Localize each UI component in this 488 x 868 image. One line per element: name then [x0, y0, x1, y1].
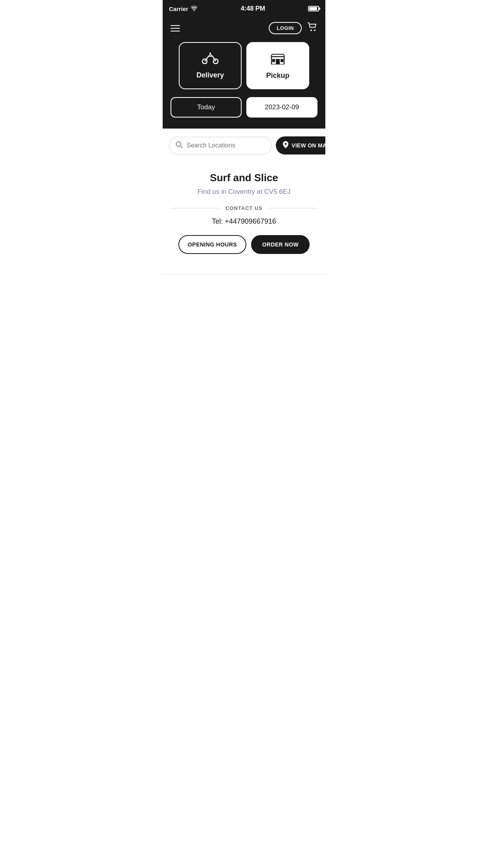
order-now-button[interactable]: ORDER NOW [251, 235, 310, 254]
contact-divider: CONTACT US [171, 205, 317, 211]
location-name: Surf and Slice [171, 172, 317, 184]
location-address: Find us in Coventry at CV5 6EJ [171, 188, 317, 196]
status-bar: Carrier 4:48 PM [163, 0, 325, 17]
pin-icon [283, 141, 288, 150]
view-map-label: VIEW ON MAP [292, 142, 325, 149]
status-right [308, 6, 319, 11]
carrier-label: Carrier [169, 6, 188, 12]
hamburger-menu[interactable] [171, 25, 180, 31]
divider-line-left [171, 208, 221, 208]
mode-section: Delivery Pickup [163, 42, 325, 97]
search-input-wrapper[interactable] [169, 137, 272, 154]
svg-rect-7 [272, 59, 275, 62]
opening-hours-button[interactable]: OPENING HOURS [178, 235, 247, 254]
pickup-icon [271, 52, 285, 68]
search-input[interactable] [187, 142, 265, 149]
app-header: LOGIN [163, 17, 325, 42]
search-section: VIEW ON MAP [163, 129, 325, 162]
status-time: 4:48 PM [241, 5, 265, 13]
contact-label: CONTACT US [226, 205, 262, 211]
location-card: Surf and Slice Find us in Coventry at CV… [163, 162, 325, 271]
delivery-icon [202, 52, 219, 67]
svg-point-1 [314, 29, 316, 31]
status-left: Carrier [169, 6, 198, 12]
battery-icon [308, 6, 319, 11]
pickup-label: Pickup [266, 72, 289, 80]
location-actions: OPENING HOURS ORDER NOW [171, 235, 317, 254]
delivery-mode-card[interactable]: Delivery [179, 42, 242, 89]
svg-rect-8 [281, 59, 283, 62]
svg-point-4 [209, 52, 211, 54]
empty-space [163, 275, 325, 432]
search-icon [176, 141, 183, 150]
delivery-label: Delivery [196, 71, 224, 79]
pickup-mode-card[interactable]: Pickup [246, 42, 309, 89]
cart-icon[interactable] [307, 22, 317, 34]
today-button[interactable]: Today [171, 97, 242, 118]
date-picker-button[interactable]: 2023-02-09 [246, 97, 317, 118]
view-on-map-button[interactable]: VIEW ON MAP [276, 136, 325, 154]
tel-number: Tel: +447909667916 [171, 217, 317, 226]
divider-line-right [267, 208, 317, 208]
date-section: Today 2023-02-09 [163, 97, 325, 129]
svg-rect-6 [276, 59, 280, 64]
wifi-icon [191, 6, 198, 12]
header-right: LOGIN [269, 22, 317, 34]
svg-point-0 [310, 29, 312, 31]
login-button[interactable]: LOGIN [269, 22, 302, 34]
